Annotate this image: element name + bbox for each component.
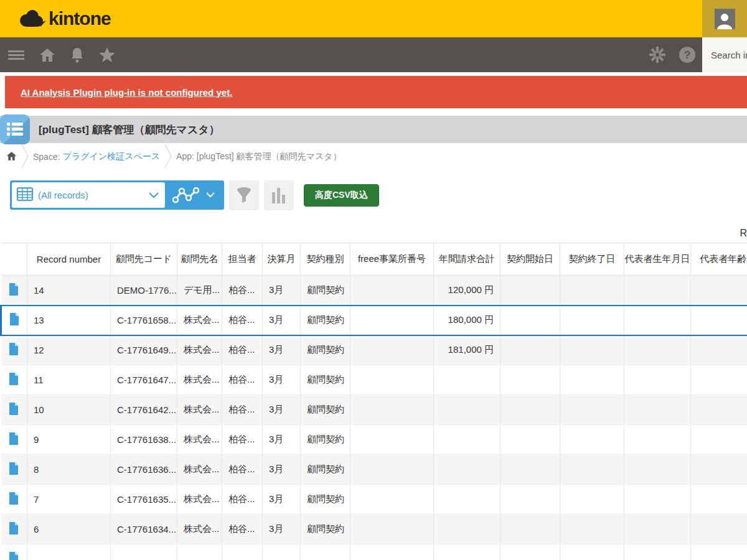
cell-record-icon[interactable] (1, 395, 27, 425)
column-header[interactable]: 代表者生年月日 (624, 243, 691, 276)
cell-month: 3月 (263, 485, 301, 515)
cell-birth (624, 455, 691, 485)
table-header-row: Record number顧問先コード顧問先名担当者決算月契約種別freee事業… (1, 243, 747, 276)
user-avatar-button[interactable] (702, 0, 747, 37)
cell-freee (350, 455, 434, 485)
cell-record-icon[interactable] (1, 365, 27, 395)
breadcrumb-space-link[interactable]: プラグイン検証スペース (62, 151, 160, 162)
app-title-bar: [plugTest] 顧客管理（顧問先マスタ） (0, 116, 747, 143)
table-row[interactable]: 10C-17761642...株式会...柏谷...3月顧問契約 (1, 395, 747, 425)
column-header[interactable]: freee事業所番号 (350, 243, 434, 276)
cell-freee (350, 276, 434, 306)
cell-end (560, 425, 624, 455)
cell-record-icon[interactable] (1, 306, 27, 335)
breadcrumb-home-icon[interactable] (6, 151, 17, 163)
plugin-alert-link[interactable]: AI Analysis Plugin plug-in is not config… (21, 87, 232, 98)
record-table-body: 14DEMO-1776...デモ用...柏谷...3月顧問契約120,000 円… (1, 276, 747, 560)
notifications-bell-icon[interactable] (68, 46, 86, 63)
cell-record-icon[interactable] (1, 425, 27, 455)
cell-code: C-17761635... (111, 485, 177, 515)
chevron-down-icon (206, 192, 215, 198)
search-input[interactable]: Search in (702, 37, 747, 72)
cell-start (500, 395, 560, 425)
cell-name: 株式会... (177, 425, 222, 455)
cell-name: 株式会... (177, 515, 222, 544)
cell-record-icon[interactable] (1, 335, 27, 365)
graph-button[interactable] (165, 182, 222, 208)
record-document-icon (9, 522, 19, 534)
table-row[interactable]: 8C-17761636...株式会...柏谷...3月顧問契約 (1, 455, 747, 485)
cell-num: 8 (27, 455, 111, 485)
cell-end (560, 455, 624, 485)
chart-button[interactable] (264, 180, 294, 210)
cell-name: デモ用... (177, 276, 222, 306)
column-header[interactable]: 契約終了日 (560, 243, 624, 276)
view-select-dropdown[interactable]: (All records) (12, 182, 165, 208)
record-document-icon (9, 432, 19, 445)
cell-start (500, 425, 560, 455)
cell-month: 3月 (263, 335, 301, 365)
brand-text: kintone (49, 8, 111, 29)
cell-type: 顧問契約 (301, 335, 350, 365)
cell-num: 14 (27, 276, 111, 306)
cell-code: C-17761638... (111, 425, 177, 455)
hamburger-menu-icon[interactable] (7, 46, 25, 63)
cell-total (434, 515, 500, 544)
table-row[interactable]: 11C-17761647...株式会...柏谷...3月顧問契約 (1, 365, 747, 395)
app-title: [plugTest] 顧客管理（顧問先マスタ） (39, 123, 220, 137)
table-row[interactable] (1, 544, 747, 560)
column-header[interactable]: Record number (27, 243, 111, 276)
cell-month: 3月 (263, 455, 301, 485)
cell-total: 181,000 円 (434, 335, 500, 365)
cell-record-icon[interactable] (1, 544, 27, 560)
help-icon[interactable]: ? (679, 46, 696, 63)
settings-gear-icon[interactable] (649, 46, 666, 63)
cell-record-icon[interactable] (1, 455, 27, 485)
cell-num (27, 544, 111, 560)
column-header[interactable]: 顧問先名 (177, 243, 222, 276)
cell-type: 顧問契約 (301, 455, 350, 485)
cell-age (691, 276, 747, 306)
table-row[interactable]: 14DEMO-1776...デモ用...柏谷...3月顧問契約120,000 円 (1, 276, 747, 306)
column-header[interactable]: 年間請求合計 (434, 243, 500, 276)
table-row[interactable]: 6C-17761634...株式会...柏谷...3月顧問契約 (1, 515, 747, 544)
cell-code: C-17761636... (111, 455, 177, 485)
column-header[interactable]: 決算月 (263, 243, 301, 276)
cell-month: 3月 (263, 306, 301, 335)
column-header[interactable]: 担当者 (222, 243, 263, 276)
cell-age (691, 395, 747, 425)
table-row[interactable]: 7C-17761635...株式会...柏谷...3月顧問契約 (1, 485, 747, 515)
cell-end (560, 276, 624, 306)
cell-total: 120,000 円 (434, 276, 500, 306)
cell-record-icon[interactable] (1, 276, 27, 306)
cell-rep: 柏谷... (222, 306, 263, 335)
cell-record-icon[interactable] (1, 515, 27, 544)
cloud-logo-icon (19, 9, 46, 28)
home-icon[interactable] (39, 46, 56, 63)
column-header[interactable]: 契約開始日 (500, 243, 560, 276)
column-header[interactable]: 契約種別 (301, 243, 350, 276)
column-header[interactable]: 代表者年齢 (691, 243, 747, 276)
cell-code: C-17761642... (111, 395, 177, 425)
cell-record-icon[interactable] (1, 485, 27, 515)
column-header[interactable]: 顧問先コード (111, 243, 177, 276)
cell-rep: 柏谷... (222, 455, 263, 485)
chevron-separator-icon (21, 143, 29, 171)
table-row[interactable]: 13C-17761658...株式会...柏谷...3月顧問契約180,000 … (1, 306, 747, 335)
cell-type: 顧問契約 (301, 276, 350, 306)
cell-num: 7 (27, 485, 111, 515)
breadcrumb-space-label: Space: (33, 152, 60, 162)
breadcrumb-app-current: App: [plugTest] 顧客管理（顧問先マスタ） (176, 151, 342, 162)
table-row[interactable]: 9C-17761638...株式会...柏谷...3月顧問契約 (1, 425, 747, 455)
cell-num: 9 (27, 425, 111, 455)
advanced-csv-import-button[interactable]: 高度CSV取込 (304, 184, 379, 207)
cell-total (434, 485, 500, 515)
cell-start (500, 515, 560, 544)
favorites-star-icon[interactable] (98, 46, 116, 63)
cell-type: 顧問契約 (301, 306, 350, 335)
table-row[interactable]: 12C-17761649...株式会...柏谷...3月顧問契約181,000 … (1, 335, 747, 365)
kintone-logo[interactable]: kintone (19, 8, 111, 29)
record-document-icon (9, 552, 19, 560)
filter-button[interactable] (229, 180, 259, 210)
cell-total (434, 395, 500, 425)
